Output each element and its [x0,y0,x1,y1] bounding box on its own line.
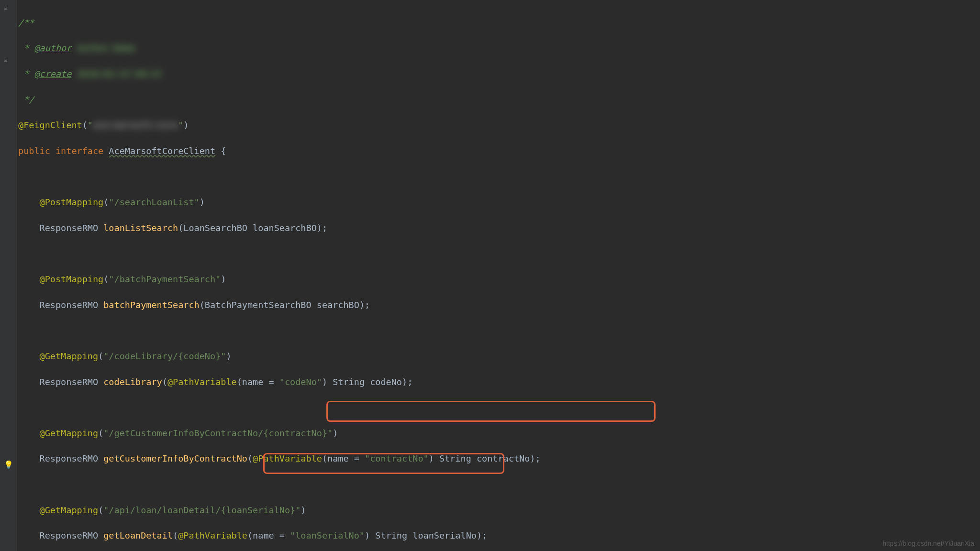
javadoc-star: * [18,43,34,53]
param-name: codeNo [370,377,402,387]
method-name: codeLibrary [103,377,162,387]
param-type: LoanSearchBO [183,223,247,233]
code-editor-content[interactable]: /** * @author Author Name * @create 2018… [18,4,541,551]
method-name: getCustomerInfoByContractNo [103,453,247,463]
pv-value: "loanSerialNo" [290,530,365,540]
param-type: String [375,530,407,540]
param-type: String [439,453,471,463]
string-quote: " [178,120,183,130]
blurred-author-text: Author Name [77,43,136,53]
javadoc-author-tag: @author [34,43,71,53]
param-name: searchBO [317,300,359,310]
keyword-interface: interface [56,146,103,156]
mapping-path: "/batchPaymentSearch" [109,274,221,284]
param-type: String [333,377,365,387]
return-type: ResponseRMO [40,530,99,540]
mapping-path: "/searchLoanList" [109,197,199,207]
mapping-path: "/getCustomerInfoByContractNo/{contractN… [103,428,333,438]
return-type: ResponseRMO [40,453,99,463]
interface-name: AceMarsoftCoreClient [109,146,215,156]
javadoc-close: */ [18,95,34,105]
mapping-path: "/api/loan/loanDetail/{loanSerialNo}" [103,505,301,515]
javadoc-star: * [18,69,34,79]
javadoc-open: /** [18,18,34,28]
path-variable-annotation: @PathVariable [167,377,237,387]
fold-minus-icon[interactable]: ⊟ [4,4,11,12]
param-name: loanSearchBO [253,223,317,233]
return-type: ResponseRMO [40,223,99,233]
pv-value: "contractNo" [365,453,429,463]
return-type: ResponseRMO [40,300,99,310]
param-type: BatchPaymentSearchBO [205,300,312,310]
pv-attr: name = [327,453,365,463]
pv-value: "codeNo" [279,377,322,387]
post-mapping-annotation: @PostMapping [40,197,104,207]
paren: ) [183,120,189,130]
feign-client-annotation: @FeignClient [18,120,82,130]
get-mapping-annotation: @GetMapping [40,505,99,515]
fold-minus-icon[interactable]: ⊟ [4,56,11,64]
param-name: contractNo [477,453,530,463]
javadoc-create-tag: @create [34,69,71,79]
post-mapping-annotation: @PostMapping [40,274,104,284]
paren: ( [82,120,88,130]
editor-gutter: ⊟ ⊟ 💡 [0,0,17,551]
keyword-public: public [18,146,50,156]
pv-attr: name = [253,530,290,540]
param-name: loanSerialNo [412,530,477,540]
method-name: batchPaymentSearch [103,300,199,310]
method-name: getLoanDetail [103,530,173,540]
pv-attr: name = [242,377,279,387]
brace: { [215,146,226,156]
path-variable-annotation: @PathVariable [253,453,322,463]
path-variable-annotation: @PathVariable [178,530,247,540]
string-quote: " [88,120,93,130]
return-type: ResponseRMO [40,377,99,387]
intention-bulb-icon[interactable]: 💡 [4,459,11,467]
blurred-feign-value: ace-marsoft-core [93,120,178,130]
method-name: loanListSearch [103,223,178,233]
get-mapping-annotation: @GetMapping [40,428,99,438]
watermark-text: https://blog.csdn.net/YiJuanXia [882,539,974,548]
get-mapping-annotation: @GetMapping [40,351,99,361]
blurred-date-text: 2018-01-17 09:17 [77,69,162,79]
mapping-path: "/codeLibrary/{codeNo}" [103,351,226,361]
